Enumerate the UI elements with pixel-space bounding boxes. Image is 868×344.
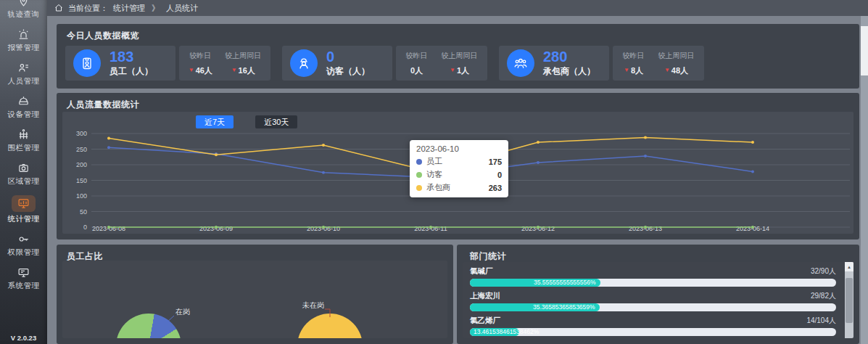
dept-row: 氯乙烯厂 14/104人 13.461538461538462% (470, 316, 836, 336)
tooltip-series-value: 263 (489, 184, 502, 192)
department-scrollbar[interactable]: ▲ (845, 262, 853, 338)
visitor-count: 0 (326, 49, 370, 64)
overview-cards: 183 员工（人） 较昨日 ▼46人 较上周同日 ▼16人 (65, 46, 704, 81)
chart-tooltip: 2023-06-10 员工175 访客0 承包商263 (410, 140, 508, 197)
dept-bar-percent: 13.461538461538462% (474, 328, 539, 336)
tooltip-series-name: 承包商 (426, 182, 484, 193)
sidebar-item-label: 人员管理 (8, 76, 40, 86)
badge-icon (73, 49, 101, 77)
flow-chart-box: 近7天 近30天 0501001502002503002023-06-08202… (62, 112, 853, 234)
contractor-label: 承包商（人） (543, 65, 595, 78)
page-scrollbar[interactable] (861, 16, 868, 344)
page-scrollbar-thumb[interactable] (861, 26, 868, 75)
sidebar-item-statistics[interactable]: 统计管理 (8, 195, 40, 224)
device-icon (17, 95, 30, 107)
down-arrow-icon: ▼ (624, 67, 629, 73)
svg-text:0: 0 (83, 224, 87, 231)
employee-ratio-panel: 员工占比 在岗 未在岗 (57, 245, 453, 344)
compare-yesterday-value: 8人 (631, 65, 643, 76)
compare-lastweek-value: 1人 (457, 65, 469, 76)
flow-panel: 人员流量数据统计 近7天 近30天 0501001502002503002023… (57, 93, 859, 239)
sidebar: 轨迹查询 报警管理 人员管理 设备管理 围栏管理 (0, 0, 47, 344)
compare-yesterday-label: 较昨日 (189, 51, 211, 61)
dept-bar-fill: 13.461538461538462% (470, 328, 519, 336)
dept-bar-track: 13.461538461538462% (470, 328, 836, 336)
sidebar-item-permission[interactable]: 权限管理 (8, 233, 40, 258)
department-title: 部门统计 (470, 250, 506, 263)
pie-callout-lines (62, 261, 447, 338)
breadcrumb: 当前位置： 统计管理 》 人员统计 (47, 0, 868, 16)
sidebar-item-label: 权限管理 (8, 247, 40, 258)
employee-card-group: 183 员工（人） 较昨日 ▼46人 较上周同日 ▼16人 (65, 46, 270, 81)
sidebar-item-personnel[interactable]: 人员管理 (8, 62, 40, 86)
sidebar-item-system[interactable]: 系统管理 (8, 266, 40, 291)
alarm-icon (17, 28, 30, 41)
svg-text:100: 100 (76, 192, 87, 200)
employee-compare-card: 较昨日 ▼46人 较上周同日 ▼16人 (179, 46, 270, 81)
down-arrow-icon: ▼ (189, 67, 194, 73)
tooltip-series-value: 0 (497, 171, 502, 179)
down-arrow-icon: ▼ (450, 67, 455, 73)
sidebar-item-trajectory[interactable]: 轨迹查询 (8, 0, 40, 20)
overview-panel: 今日人员数据概览 183 员工（人） 较昨日 (57, 24, 859, 89)
pie-callout-label: 在岗 (175, 307, 190, 317)
sidebar-item-label: 围栏管理 (8, 143, 40, 153)
range-tabs: 近7天 近30天 (196, 115, 297, 128)
contractor-count: 280 (543, 49, 595, 64)
tooltip-series-value: 175 (489, 157, 502, 166)
tab-last30days[interactable]: 近30天 (255, 115, 297, 128)
sidebar-item-device[interactable]: 设备管理 (8, 95, 40, 120)
tab-last7days[interactable]: 近7天 (196, 115, 233, 128)
breadcrumb-section[interactable]: 统计管理 (113, 3, 145, 14)
dept-bar-percent: 35.36585365853659% (533, 303, 595, 311)
area-camera-icon (17, 162, 30, 174)
sidebar-item-area[interactable]: 区域管理 (8, 162, 40, 187)
statistics-icon (12, 195, 36, 212)
sidebar-item-fence[interactable]: 围栏管理 (8, 128, 40, 153)
svg-text:50: 50 (80, 208, 87, 216)
app-root: 轨迹查询 报警管理 人员管理 设备管理 围栏管理 (0, 0, 868, 344)
contractor-compare-card: 较昨日 ▼8人 较上周同日 ▼48人 (613, 46, 704, 81)
down-arrow-icon: ▼ (231, 67, 237, 73)
visitor-stat-card: 0 访客（人） (282, 46, 392, 81)
compare-lastweek-value: 16人 (239, 65, 255, 76)
employee-series-dot (416, 159, 422, 165)
app-version: V 2.0.23 (11, 334, 36, 342)
dept-name: 上海宏川 (470, 291, 500, 301)
dept-row: 上海宏川 29/82人 35.36585365853659% (470, 291, 836, 311)
scroll-up-icon[interactable]: ▲ (845, 262, 853, 271)
dept-bar-track: 35.36585365853659% (470, 303, 836, 311)
main-content: 今日人员数据概览 183 员工（人） 较昨日 (47, 16, 868, 344)
compare-lastweek-label: 较上周同日 (658, 51, 695, 61)
trajectory-icon (17, 0, 30, 7)
compare-yesterday-label: 较昨日 (623, 51, 645, 61)
visitor-series-dot (416, 172, 422, 178)
svg-text:250: 250 (76, 146, 87, 153)
dept-bar-fill: 35.36585365853659% (470, 303, 600, 311)
scrollbar-thumb[interactable] (846, 278, 853, 323)
visitor-icon (290, 49, 318, 77)
group-icon (507, 49, 534, 77)
fence-icon (17, 128, 30, 141)
overview-title: 今日人员数据概览 (67, 30, 139, 42)
sidebar-item-label: 系统管理 (8, 281, 40, 291)
breadcrumb-prefix: 当前位置： (68, 3, 108, 14)
down-arrow-icon: ▼ (664, 67, 670, 73)
sidebar-item-label: 轨迹查询 (8, 9, 40, 20)
tooltip-date: 2023-06-10 (416, 144, 502, 153)
home-icon[interactable] (54, 4, 63, 12)
contractor-series-dot (416, 185, 422, 191)
flow-title: 人员流量数据统计 (67, 99, 139, 111)
sidebar-item-label: 报警管理 (8, 43, 40, 53)
visitor-card-group: 0 访客（人） 较昨日 0人 较上周同日 ▼1人 (282, 46, 487, 81)
dept-name: 氯乙烯厂 (470, 316, 500, 326)
sidebar-item-alarm[interactable]: 报警管理 (8, 28, 40, 53)
contractor-stat-card: 280 承包商（人） (499, 46, 609, 81)
compare-lastweek-label: 较上周同日 (442, 51, 478, 61)
sidebar-item-label: 设备管理 (8, 110, 40, 120)
svg-text:200: 200 (76, 161, 87, 168)
svg-text:300: 300 (76, 130, 87, 137)
dept-row: 氯碱厂 32/90人 35.55555555555556% (470, 266, 836, 287)
visitor-label: 访客（人） (326, 65, 370, 78)
dept-name: 氯碱厂 (470, 266, 493, 277)
